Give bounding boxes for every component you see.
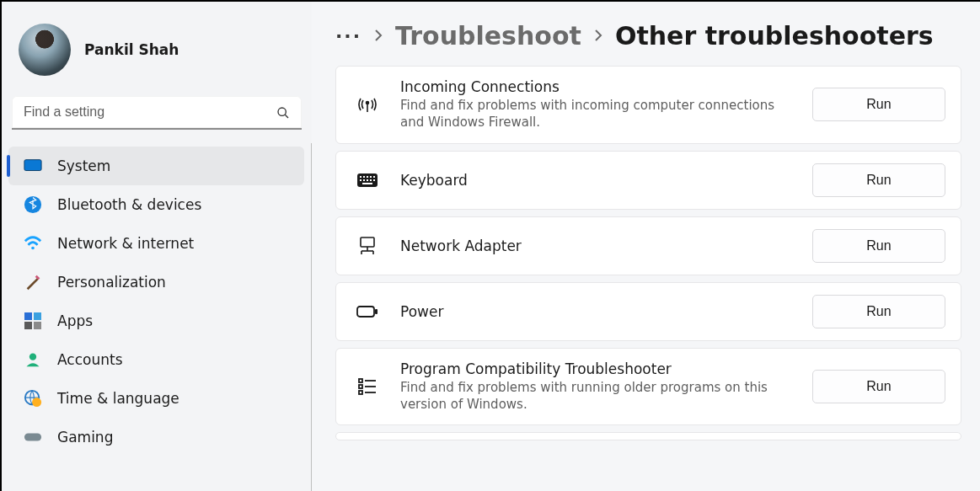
svg-rect-21 bbox=[373, 176, 375, 178]
svg-point-12 bbox=[32, 398, 41, 407]
troubleshooter-desc: Find and fix problems with running older… bbox=[400, 379, 792, 414]
troubleshooter-program-compatibility: Program Compatibility Troubleshooter Fin… bbox=[335, 348, 961, 426]
svg-point-0 bbox=[278, 108, 286, 115]
sidebar-item-label: Time & language bbox=[57, 390, 179, 407]
svg-rect-23 bbox=[363, 179, 365, 181]
breadcrumb-overflow[interactable]: ··· bbox=[335, 25, 361, 46]
svg-rect-7 bbox=[34, 312, 41, 320]
troubleshooter-title: Incoming Connections bbox=[400, 78, 792, 95]
sidebar-item-label: Network & internet bbox=[57, 235, 194, 252]
breadcrumb-parent[interactable]: Troubleshoot bbox=[395, 21, 581, 51]
svg-line-1 bbox=[285, 115, 288, 118]
breadcrumb-current: Other troubleshooters bbox=[615, 21, 934, 51]
svg-rect-17 bbox=[360, 176, 361, 178]
run-button[interactable]: Run bbox=[812, 370, 945, 403]
monitor-icon bbox=[24, 157, 42, 175]
troubleshooter-list: Incoming Connections Find and fix proble… bbox=[335, 66, 961, 437]
svg-rect-33 bbox=[357, 307, 374, 317]
svg-point-10 bbox=[29, 354, 36, 360]
user-block[interactable]: Pankil Shah bbox=[2, 17, 312, 91]
troubleshooter-network-adapter: Network Adapter Run bbox=[335, 216, 961, 275]
network-icon bbox=[355, 237, 380, 255]
svg-rect-13 bbox=[24, 433, 41, 440]
svg-rect-25 bbox=[370, 179, 372, 181]
svg-rect-28 bbox=[361, 237, 374, 247]
svg-rect-8 bbox=[24, 322, 32, 329]
keyboard-icon bbox=[355, 173, 380, 188]
paintbrush-icon bbox=[24, 273, 42, 291]
sidebar-item-apps[interactable]: Apps bbox=[2, 302, 311, 340]
svg-rect-26 bbox=[373, 179, 375, 181]
sidebar-item-system[interactable]: System bbox=[8, 147, 304, 185]
search-input[interactable] bbox=[12, 96, 302, 130]
search-icon bbox=[276, 106, 290, 120]
avatar bbox=[19, 24, 71, 76]
sidebar-item-label: Personalization bbox=[57, 274, 166, 291]
run-button[interactable]: Run bbox=[812, 229, 945, 263]
list-item bbox=[335, 432, 961, 440]
search-wrap bbox=[12, 96, 302, 130]
svg-rect-27 bbox=[362, 183, 372, 184]
sidebar-item-accounts[interactable]: Accounts bbox=[2, 340, 311, 379]
svg-rect-20 bbox=[370, 176, 372, 178]
sidebar-item-label: Accounts bbox=[57, 351, 123, 368]
main: ··· Troubleshoot Other troubleshooters I… bbox=[312, 2, 980, 491]
nav: System Bluetooth & devices Network & int… bbox=[2, 143, 312, 491]
svg-rect-19 bbox=[367, 176, 368, 178]
svg-rect-9 bbox=[34, 322, 41, 329]
troubleshooter-desc: Find and fix problems with incoming comp… bbox=[400, 97, 792, 131]
svg-point-5 bbox=[31, 247, 35, 250]
svg-rect-22 bbox=[360, 179, 361, 181]
sidebar-item-label: System bbox=[57, 157, 110, 174]
apps-icon bbox=[24, 312, 42, 330]
sidebar-item-label: Gaming bbox=[57, 429, 113, 446]
user-name: Pankil Shah bbox=[84, 41, 179, 58]
bluetooth-icon bbox=[24, 195, 42, 214]
svg-rect-18 bbox=[363, 176, 365, 178]
troubleshooter-title: Program Compatibility Troubleshooter bbox=[400, 360, 792, 377]
sidebar: Pankil Shah System Bluetooth & devices N bbox=[2, 2, 312, 491]
sidebar-item-bluetooth[interactable]: Bluetooth & devices bbox=[2, 185, 311, 224]
troubleshooter-power: Power Run bbox=[335, 282, 961, 341]
troubleshooter-incoming-connections: Incoming Connections Find and fix proble… bbox=[335, 66, 961, 144]
wifi-icon bbox=[24, 234, 42, 253]
svg-rect-37 bbox=[359, 391, 362, 394]
troubleshooter-title: Network Adapter bbox=[400, 237, 792, 254]
sidebar-item-network[interactable]: Network & internet bbox=[2, 224, 311, 263]
sidebar-item-label: Apps bbox=[57, 312, 93, 329]
svg-rect-6 bbox=[24, 312, 32, 320]
gamepad-icon bbox=[24, 428, 42, 446]
run-button[interactable]: Run bbox=[812, 88, 945, 121]
svg-rect-35 bbox=[359, 379, 362, 382]
chevron-right-icon bbox=[593, 29, 603, 41]
troubleshooter-keyboard: Keyboard Run bbox=[335, 151, 961, 210]
breadcrumb: ··· Troubleshoot Other troubleshooters bbox=[335, 10, 961, 61]
person-icon bbox=[24, 350, 42, 369]
sidebar-item-gaming[interactable]: Gaming bbox=[2, 418, 311, 456]
svg-rect-34 bbox=[375, 309, 378, 314]
sidebar-item-label: Bluetooth & devices bbox=[57, 196, 201, 213]
run-button[interactable]: Run bbox=[812, 295, 945, 328]
sidebar-item-time[interactable]: Time & language bbox=[2, 379, 311, 418]
troubleshooter-title: Power bbox=[400, 303, 792, 320]
svg-rect-36 bbox=[359, 385, 362, 388]
sidebar-item-personalization[interactable]: Personalization bbox=[2, 263, 311, 302]
troubleshooter-title: Keyboard bbox=[400, 172, 792, 189]
svg-rect-24 bbox=[367, 179, 368, 181]
globe-clock-icon bbox=[24, 389, 42, 408]
chevron-right-icon bbox=[373, 29, 383, 41]
list-icon bbox=[355, 378, 380, 395]
antenna-icon bbox=[355, 95, 380, 114]
run-button[interactable]: Run bbox=[812, 163, 945, 197]
battery-icon bbox=[355, 305, 380, 318]
svg-rect-2 bbox=[24, 160, 41, 171]
